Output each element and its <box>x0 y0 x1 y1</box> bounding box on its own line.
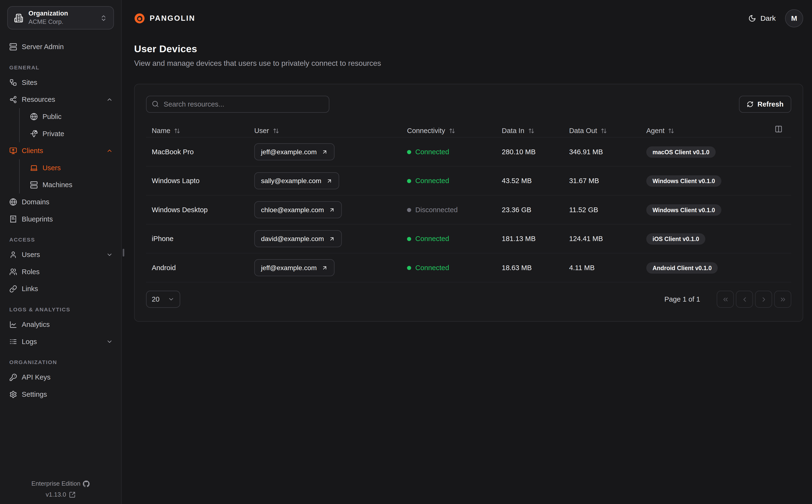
sidebar-item-label: Private <box>42 130 114 138</box>
search-input[interactable] <box>146 96 329 113</box>
refresh-button[interactable]: Refresh <box>739 96 791 113</box>
first-page-button[interactable] <box>717 291 734 308</box>
column-header-connectivity[interactable]: Connectivity <box>407 127 502 135</box>
globe-icon <box>9 198 17 206</box>
sidebar-item-blueprints[interactable]: Blueprints <box>9 211 114 228</box>
sidebar-item-analytics[interactable]: Analytics <box>9 316 114 333</box>
sidebar-item-label: Server Admin <box>22 43 114 51</box>
last-page-button[interactable] <box>774 291 791 308</box>
sidebar-item-resources[interactable]: Resources <box>9 91 114 108</box>
page-size-value: 20 <box>152 295 160 303</box>
user-link-button[interactable]: jeff@example.com <box>254 143 334 160</box>
user-link-button[interactable]: chloe@example.com <box>254 201 342 218</box>
sidebar-item-label: Blueprints <box>22 215 114 223</box>
org-switcher[interactable]: Organization ACME Corp. <box>7 6 114 30</box>
brand: PANGOLIN <box>134 13 195 24</box>
sidebar-item-label: Public <box>42 113 114 121</box>
avatar[interactable]: M <box>785 9 803 27</box>
key-icon <box>9 373 17 381</box>
page-subtitle: View and manage devices that users use t… <box>134 59 803 67</box>
version-link[interactable]: v1.13.0 <box>46 491 75 498</box>
chevrons-right-icon <box>779 296 786 303</box>
sidebar-item-roles[interactable]: Roles <box>9 263 114 280</box>
table-row: Windows Desktop chloe@example.com Discon… <box>146 195 791 224</box>
sidebar-item-links[interactable]: Links <box>9 280 114 298</box>
sidebar-item-label: Users <box>42 164 114 172</box>
org-switcher-value: ACME Corp. <box>28 18 63 26</box>
data-out-value: 346.91 MB <box>569 148 646 156</box>
chevron-down-icon <box>106 251 113 258</box>
sidebar-item-public[interactable]: Public <box>30 108 114 125</box>
sidebar-item-machines[interactable]: Machines <box>30 176 114 194</box>
sort-icon <box>449 128 455 134</box>
column-picker-icon[interactable] <box>775 125 783 133</box>
sidebar-nav: Server Admin GENERAL Sites Resources Pub… <box>0 30 121 480</box>
sidebar-item-api-keys[interactable]: API Keys <box>9 369 114 386</box>
sidebar: Organization ACME Corp. Server Admin GEN… <box>0 0 122 504</box>
connectivity-status: Connected <box>407 177 502 185</box>
sidebar-scrollbar-thumb[interactable] <box>123 249 124 257</box>
sort-icon <box>174 128 180 134</box>
sidebar-item-server-admin[interactable]: Server Admin <box>9 38 114 56</box>
sidebar-item-private[interactable]: Private <box>30 125 114 142</box>
table-row: Windows Lapto sally@example.com Connecte… <box>146 167 791 195</box>
user-link-button[interactable]: jeff@example.com <box>254 259 334 276</box>
arrow-up-right-icon <box>322 149 328 155</box>
sidebar-item-logs[interactable]: Logs <box>9 333 114 350</box>
theme-toggle-button[interactable]: Dark <box>749 14 776 22</box>
monitor-up-icon <box>9 147 17 155</box>
sidebar-item-clients-users[interactable]: Users <box>30 159 114 176</box>
sort-icon <box>601 128 607 134</box>
refresh-icon <box>747 101 753 108</box>
column-header-agent[interactable]: Agent <box>646 127 791 135</box>
user-link-button[interactable]: sally@example.com <box>254 172 339 189</box>
prev-page-button[interactable] <box>736 291 753 308</box>
card-footer: 20 Page 1 of 1 <box>146 291 791 308</box>
column-header-name[interactable]: Name <box>152 127 255 135</box>
agent-badge: Windows Client v0.1.0 <box>646 204 721 216</box>
agent-badge: iOS Client v0.1.0 <box>646 233 706 244</box>
top-bar: PANGOLIN Dark M <box>134 0 803 36</box>
arrow-up-right-icon <box>326 178 332 184</box>
status-dot <box>407 179 411 183</box>
globe-lock-icon <box>30 130 38 138</box>
sidebar-item-label: API Keys <box>22 373 114 381</box>
chevron-up-icon <box>106 147 113 154</box>
sidebar-item-sites[interactable]: Sites <box>9 74 114 91</box>
column-header-user[interactable]: User <box>254 127 407 135</box>
connectivity-status: Disconnected <box>407 206 502 214</box>
sidebar-item-settings[interactable]: Settings <box>9 386 114 403</box>
edition-link[interactable]: Enterprise Edition <box>31 480 90 487</box>
data-in-value: 43.52 MB <box>502 177 569 185</box>
user-link-button[interactable]: david@example.com <box>254 230 342 247</box>
column-header-data-out[interactable]: Data Out <box>569 127 646 135</box>
top-right: Dark M <box>749 9 803 27</box>
link-icon <box>9 285 17 293</box>
sidebar-item-clients[interactable]: Clients <box>9 142 114 159</box>
theme-toggle-label: Dark <box>760 14 776 22</box>
sidebar-item-label: Logs <box>22 338 101 346</box>
arrow-up-right-icon <box>329 236 335 242</box>
connectivity-status: Connected <box>407 264 502 272</box>
sort-icon <box>668 128 674 134</box>
sidebar-heading-organization: ORGANIZATION <box>9 355 114 369</box>
column-header-data-in[interactable]: Data In <box>502 127 569 135</box>
sidebar-heading-general: GENERAL <box>9 61 114 74</box>
next-page-button[interactable] <box>755 291 772 308</box>
sort-icon <box>273 128 279 134</box>
status-dot <box>407 150 411 154</box>
sidebar-heading-logs-analytics: LOGS & ANALYTICS <box>9 303 114 316</box>
data-in-value: 23.36 GB <box>502 206 569 214</box>
device-name: Android <box>152 264 255 272</box>
data-out-value: 11.52 GB <box>569 206 646 214</box>
chevron-up-icon <box>106 96 113 103</box>
workflow-icon <box>9 79 17 87</box>
status-dot <box>407 237 411 241</box>
sidebar-item-users[interactable]: Users <box>9 246 114 263</box>
connectivity-status: Connected <box>407 148 502 156</box>
avatar-initial: M <box>791 14 797 22</box>
page-size-select[interactable]: 20 <box>146 291 180 308</box>
sidebar-item-domains[interactable]: Domains <box>9 193 114 211</box>
card-toolbar: Refresh <box>146 96 791 113</box>
github-icon <box>83 480 90 487</box>
